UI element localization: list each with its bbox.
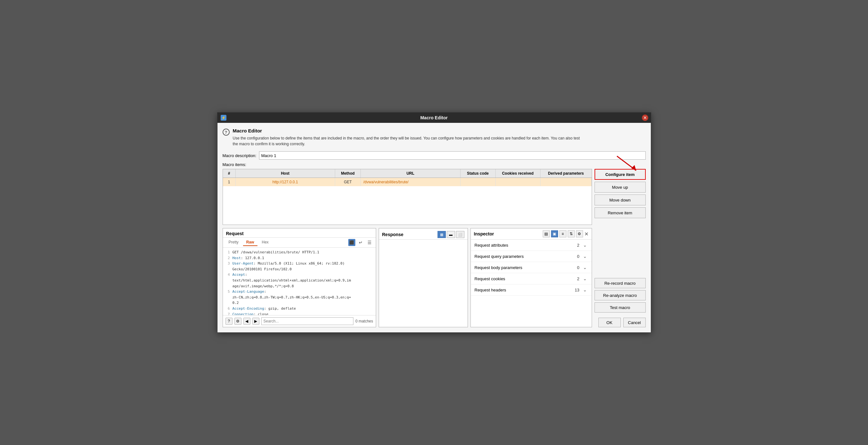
forward-button[interactable]: ▶ <box>252 318 259 325</box>
dialog-title: Macro Editor <box>233 128 580 134</box>
cell-host: http://127.0.0.1 <box>236 178 336 186</box>
header-row: ? Macro Editor Use the configuration bel… <box>223 128 646 147</box>
request-tabs-row: Pretty Raw Hex ⬛ ↵ ☰ <box>223 238 376 247</box>
cell-method: GET <box>335 178 361 186</box>
inspector-row-cookies[interactable]: Request cookies 2 ⌄ <box>471 273 592 285</box>
cell-url: /dvwa/vulnerabilities/brute/ <box>361 178 461 186</box>
inspector-title: Inspector <box>474 231 541 236</box>
menu-icon-button[interactable]: ☰ <box>366 239 373 246</box>
re-record-macro-button[interactable]: Re-record macro <box>594 278 646 288</box>
bottom-area: Request Pretty Raw Hex ⬛ ↵ ☰ 1GET /dvwa/… <box>223 228 646 327</box>
cell-cookies <box>496 178 540 186</box>
insp-align-btn[interactable]: ≡ <box>559 230 566 237</box>
row-label-attributes: Request attributes <box>475 243 577 247</box>
inspector-row-headers[interactable]: Request headers 13 ⌄ <box>471 285 592 296</box>
macro-editor-window: ⚡ Macro Editor ✕ ? Macro Editor Use the … <box>217 112 651 333</box>
inspector-close-button[interactable]: ✕ <box>584 231 588 237</box>
col-header-derived: Derived parameters <box>540 169 592 178</box>
col-header-status: Status code <box>461 169 496 178</box>
insp-list-btn[interactable]: ▤ <box>543 230 550 237</box>
expand-body[interactable]: ⌄ <box>582 265 588 270</box>
inspector-panel: Inspector ▤ ▣ ≡ ⇅ ⚙ ✕ Request attributes… <box>470 228 592 327</box>
cancel-button[interactable]: Cancel <box>623 318 646 327</box>
titlebar: ⚡ Macro Editor ✕ <box>217 113 651 123</box>
main-content: ? Macro Editor Use the configuration bel… <box>217 123 651 332</box>
col-header-num: # <box>223 169 236 178</box>
request-code-area: 1GET /dvwa/vulnerabilities/brute/ HTTP/1… <box>223 247 376 315</box>
row-count-body: 0 <box>577 265 579 270</box>
move-down-button[interactable]: Move down <box>594 195 646 205</box>
help-footer-button[interactable]: ? <box>225 318 232 325</box>
configure-item-button[interactable]: Configure item <box>594 169 646 180</box>
response-view-buttons: ▦ ▬ ⬜ <box>437 231 464 238</box>
col-header-url: URL <box>361 169 461 178</box>
row-label-query: Request query parameters <box>475 254 577 259</box>
window-title: Macro Editor <box>420 115 448 120</box>
col-header-cookies: Cookies received <box>496 169 540 178</box>
tab-raw[interactable]: Raw <box>243 239 257 246</box>
col-header-host: Host <box>236 169 336 178</box>
row-count-attributes: 2 <box>577 243 579 247</box>
request-panel-title: Request <box>223 229 376 238</box>
response-panel: Response ▦ ▬ ⬜ <box>379 228 468 327</box>
row-count-query: 0 <box>577 254 579 259</box>
tab-hex[interactable]: Hex <box>259 239 272 246</box>
row-label-body: Request body parameters <box>475 265 577 270</box>
expand-attributes[interactable]: ⌄ <box>582 242 588 248</box>
ok-button[interactable]: OK <box>598 318 621 327</box>
wrap-icon-button[interactable]: ↵ <box>357 239 364 246</box>
copy-icon-button[interactable]: ⬛ <box>348 239 355 246</box>
inspector-toolbar: ▤ ▣ ≡ ⇅ ⚙ ✕ <box>543 230 588 237</box>
inspector-row-query[interactable]: Request query parameters 0 ⌄ <box>471 251 592 262</box>
close-button[interactable]: ✕ <box>642 115 648 121</box>
search-input[interactable] <box>261 317 354 325</box>
view-btn-grid[interactable]: ▦ <box>437 231 446 238</box>
app-icon: ⚡ <box>221 115 226 121</box>
bottom-right-buttons: Re-record macro Re-analyze macro Test ma… <box>594 228 646 327</box>
insp-filter-btn[interactable]: ⇅ <box>568 230 575 237</box>
re-analyze-macro-button[interactable]: Re-analyze macro <box>594 290 646 300</box>
row-label-cookies: Request cookies <box>475 276 577 281</box>
expand-query[interactable]: ⌄ <box>582 254 588 259</box>
matches-count: 0 matches <box>355 319 373 323</box>
cell-status <box>461 178 496 186</box>
insp-panel-btn[interactable]: ▣ <box>551 230 558 237</box>
macro-description-row: Macro description: <box>223 151 646 160</box>
expand-cookies[interactable]: ⌄ <box>582 276 588 281</box>
cell-num: 1 <box>223 178 236 186</box>
table-row[interactable]: 1 http://127.0.0.1 GET /dvwa/vulnerabili… <box>223 178 592 186</box>
response-header: Response ▦ ▬ ⬜ <box>379 229 468 240</box>
row-count-headers: 13 <box>575 288 579 292</box>
row-count-cookies: 2 <box>577 276 579 281</box>
view-btn-dots[interactable]: ⬜ <box>456 231 464 238</box>
test-macro-button[interactable]: Test macro <box>594 302 646 313</box>
tab-pretty[interactable]: Pretty <box>225 239 242 246</box>
settings-footer-button[interactable]: ⚙ <box>235 318 242 325</box>
view-btn-list[interactable]: ▬ <box>447 231 455 238</box>
remove-item-button[interactable]: Remove item <box>594 207 646 218</box>
macro-description-label: Macro description: <box>223 153 256 158</box>
move-up-button[interactable]: Move up <box>594 182 646 192</box>
description-line1: Use the configuration below to define th… <box>233 135 580 141</box>
tab-icons: ⬛ ↵ ☰ <box>348 239 373 246</box>
help-icon: ? <box>223 128 229 136</box>
description-line2: the macro to confirm it is working corre… <box>233 141 580 147</box>
inspector-row-attributes[interactable]: Request attributes 2 ⌄ <box>471 240 592 251</box>
cell-derived <box>540 178 592 186</box>
header-text: Macro Editor Use the configuration below… <box>233 128 580 147</box>
macro-description-input[interactable] <box>259 151 646 160</box>
table-empty-space <box>223 186 592 225</box>
col-header-method: Method <box>335 169 361 178</box>
inspector-row-body[interactable]: Request body parameters 0 ⌄ <box>471 262 592 273</box>
right-action-buttons: Configure item Move up Move down Remove … <box>594 169 646 225</box>
table-header: # Host Method URL Status code Cookies re… <box>223 169 592 178</box>
insp-settings-btn[interactable]: ⚙ <box>576 230 583 237</box>
inspector-spacer <box>471 296 592 327</box>
ok-cancel-row: OK Cancel <box>594 315 646 327</box>
main-area: # Host Method URL Status code Cookies re… <box>223 169 646 225</box>
inspector-header: Inspector ▤ ▣ ≡ ⇅ ⚙ ✕ <box>471 229 592 240</box>
request-footer: ? ⚙ ◀ ▶ 0 matches <box>223 315 376 327</box>
back-button[interactable]: ◀ <box>243 318 250 325</box>
request-panel: Request Pretty Raw Hex ⬛ ↵ ☰ 1GET /dvwa/… <box>223 228 376 327</box>
expand-headers[interactable]: ⌄ <box>582 287 588 293</box>
